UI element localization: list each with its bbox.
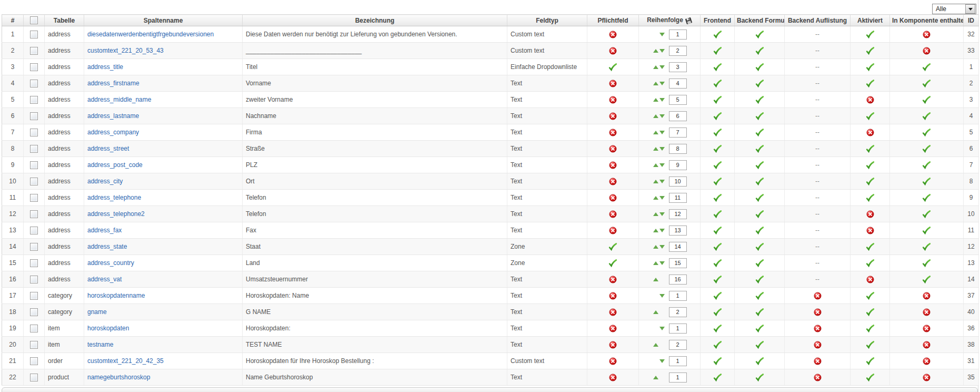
order-up-arrow[interactable] <box>653 212 658 216</box>
pflichtfeld-toggle[interactable] <box>609 341 617 349</box>
in-komponente-toggle[interactable] <box>922 128 931 137</box>
backend-formular-toggle[interactable] <box>755 144 764 153</box>
dropdown-arrow-icon[interactable] <box>965 4 975 14</box>
spaltenname-link[interactable]: horoskopdaten <box>87 325 129 332</box>
order-input[interactable] <box>669 62 687 72</box>
order-up-arrow[interactable] <box>653 245 658 249</box>
backend-formular-toggle[interactable] <box>755 340 764 349</box>
row-checkbox[interactable] <box>30 161 38 169</box>
row-checkbox[interactable] <box>30 47 38 55</box>
order-input[interactable] <box>669 177 687 187</box>
pflichtfeld-toggle[interactable] <box>609 194 617 202</box>
order-down-arrow[interactable] <box>659 327 665 330</box>
aktiviert-toggle[interactable] <box>866 324 875 333</box>
row-checkbox[interactable] <box>30 259 38 267</box>
pflichtfeld-toggle[interactable] <box>609 292 617 300</box>
select-all-checkbox[interactable] <box>30 16 38 24</box>
backend-formular-toggle[interactable] <box>755 210 764 219</box>
aktiviert-toggle[interactable] <box>866 129 874 136</box>
backend-formular-toggle[interactable] <box>755 275 764 284</box>
pflichtfeld-toggle[interactable] <box>608 259 617 268</box>
spaltenname-link[interactable]: address_telephone2 <box>87 210 145 218</box>
spaltenname-link[interactable]: diesedatenwerdenbentigtfrgebundeversione… <box>87 31 214 38</box>
spaltenname-link[interactable]: testname <box>87 341 113 348</box>
in-komponente-toggle[interactable] <box>922 193 931 202</box>
frontend-toggle[interactable] <box>713 128 722 137</box>
frontend-toggle[interactable] <box>713 324 722 333</box>
backend-auflistung-toggle[interactable] <box>814 292 822 300</box>
spaltenname-link[interactable]: address_city <box>87 178 123 185</box>
order-input[interactable] <box>669 160 687 170</box>
row-checkbox[interactable] <box>30 178 38 185</box>
frontend-toggle[interactable] <box>713 112 722 121</box>
order-down-arrow[interactable] <box>659 261 665 265</box>
pflichtfeld-toggle[interactable] <box>609 227 617 234</box>
in-komponente-toggle[interactable] <box>922 161 931 170</box>
backend-formular-toggle[interactable] <box>755 291 764 300</box>
order-up-arrow[interactable] <box>653 131 658 134</box>
backend-formular-toggle[interactable] <box>755 46 764 55</box>
in-komponente-toggle[interactable] <box>922 210 931 219</box>
pflichtfeld-toggle[interactable] <box>609 80 617 87</box>
spaltenname-link[interactable]: address_vat <box>87 276 122 283</box>
frontend-toggle[interactable] <box>713 226 722 235</box>
aktiviert-toggle[interactable] <box>866 210 874 218</box>
order-up-arrow[interactable] <box>653 114 658 118</box>
in-komponente-toggle[interactable] <box>922 95 931 104</box>
frontend-toggle[interactable] <box>713 144 722 153</box>
aktiviert-toggle[interactable] <box>866 291 875 300</box>
aktiviert-toggle[interactable] <box>866 112 875 121</box>
row-checkbox[interactable] <box>30 63 38 71</box>
spaltenname-link[interactable]: address_telephone <box>87 194 141 201</box>
frontend-toggle[interactable] <box>713 161 722 170</box>
pflichtfeld-toggle[interactable] <box>609 112 617 120</box>
frontend-toggle[interactable] <box>713 193 722 202</box>
frontend-toggle[interactable] <box>713 275 722 284</box>
row-checkbox[interactable] <box>30 243 38 251</box>
frontend-toggle[interactable] <box>713 242 722 251</box>
row-checkbox[interactable] <box>30 227 38 234</box>
aktiviert-toggle[interactable] <box>866 357 875 366</box>
order-down-arrow[interactable] <box>659 114 665 118</box>
order-up-arrow[interactable] <box>653 278 658 281</box>
aktiviert-toggle[interactable] <box>866 193 875 202</box>
in-komponente-toggle[interactable] <box>922 259 931 268</box>
order-up-arrow[interactable] <box>653 65 658 69</box>
order-up-arrow[interactable] <box>653 229 658 232</box>
row-checkbox[interactable] <box>30 194 38 202</box>
row-checkbox[interactable] <box>30 112 38 120</box>
spaltenname-link[interactable]: customtext_221_20_53_43 <box>87 47 164 54</box>
in-komponente-toggle[interactable] <box>923 357 931 365</box>
row-checkbox[interactable] <box>30 145 38 153</box>
order-input[interactable] <box>669 144 687 154</box>
frontend-toggle[interactable] <box>713 259 722 268</box>
order-down-arrow[interactable] <box>659 98 665 102</box>
order-up-arrow[interactable] <box>653 310 658 314</box>
order-up-arrow[interactable] <box>653 98 658 102</box>
in-komponente-toggle[interactable] <box>922 177 931 186</box>
aktiviert-toggle[interactable] <box>866 79 875 88</box>
aktiviert-toggle[interactable] <box>866 177 875 186</box>
filter-dropdown[interactable]: Alle <box>932 4 976 14</box>
pflichtfeld-toggle[interactable] <box>609 276 617 283</box>
order-down-arrow[interactable] <box>659 65 665 69</box>
order-up-arrow[interactable] <box>653 376 658 379</box>
row-checkbox[interactable] <box>30 31 38 38</box>
pflichtfeld-toggle[interactable] <box>609 357 617 365</box>
order-down-arrow[interactable] <box>659 147 665 151</box>
pflichtfeld-toggle[interactable] <box>609 47 617 55</box>
spaltenname-link[interactable]: address_lastname <box>87 112 139 120</box>
order-down-arrow[interactable] <box>659 49 665 53</box>
in-komponente-toggle[interactable] <box>923 31 931 38</box>
spaltenname-link[interactable]: address_middle_name <box>87 96 151 103</box>
order-input[interactable] <box>669 373 687 383</box>
order-input[interactable] <box>669 95 687 105</box>
frontend-toggle[interactable] <box>713 373 722 382</box>
backend-formular-toggle[interactable] <box>755 30 764 39</box>
order-down-arrow[interactable] <box>659 212 665 216</box>
backend-formular-toggle[interactable] <box>755 324 764 333</box>
in-komponente-toggle[interactable] <box>922 144 931 153</box>
save-order-icon[interactable] <box>685 17 692 24</box>
order-down-arrow[interactable] <box>659 163 665 167</box>
pflichtfeld-toggle[interactable] <box>609 96 617 104</box>
